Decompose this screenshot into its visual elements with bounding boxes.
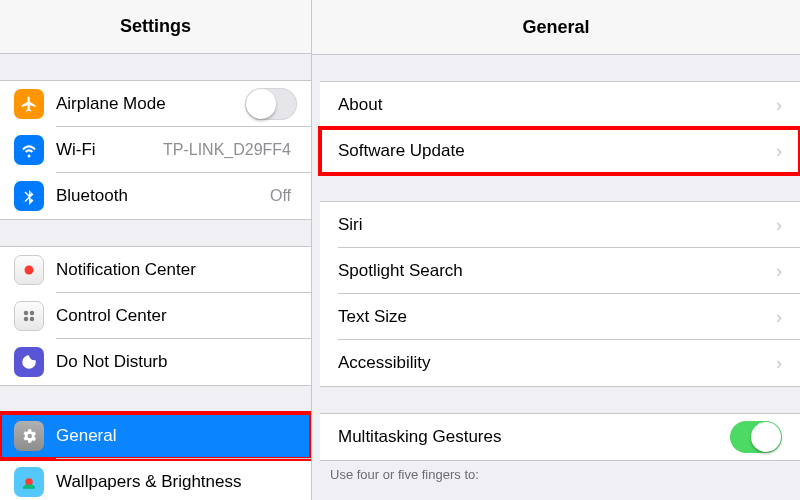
chevron-right-icon: › <box>776 307 782 328</box>
detail-item-label: Spotlight Search <box>338 261 776 281</box>
detail-item-label: Software Update <box>338 141 776 161</box>
svg-point-4 <box>30 317 35 322</box>
settings-sidebar: Settings Airplane Mode Wi-Fi TP-LINK_D29… <box>0 0 312 500</box>
svg-point-3 <box>24 317 29 322</box>
sidebar-group-centers: Notification Center Control Center Do No… <box>0 246 311 386</box>
sidebar-item-wallpapers[interactable]: Wallpapers & Brightness <box>0 459 311 500</box>
detail-item-software-update[interactable]: Software Update › <box>320 128 800 174</box>
chevron-right-icon: › <box>776 95 782 116</box>
sidebar-item-label: Wi-Fi <box>56 140 163 160</box>
detail-item-siri[interactable]: Siri › <box>320 202 800 248</box>
bluetooth-icon <box>14 181 44 211</box>
wifi-value: TP-LINK_D29FF4 <box>163 141 291 159</box>
sidebar-item-airplane[interactable]: Airplane Mode <box>0 81 311 127</box>
detail-group-about: About › Software Update › <box>320 81 800 175</box>
chevron-right-icon: › <box>776 141 782 162</box>
sidebar-item-label: General <box>56 426 297 446</box>
detail-group-siri: Siri › Spotlight Search › Text Size › Ac… <box>320 201 800 387</box>
detail-item-label: About <box>338 95 776 115</box>
svg-point-0 <box>25 266 34 275</box>
dnd-moon-icon <box>14 347 44 377</box>
sidebar-item-label: Do Not Disturb <box>56 352 297 372</box>
airplane-toggle[interactable] <box>245 88 297 120</box>
sidebar-item-label: Airplane Mode <box>56 94 245 114</box>
detail-item-label: Multitasking Gestures <box>338 427 730 447</box>
detail-item-textsize[interactable]: Text Size › <box>320 294 800 340</box>
sidebar-item-general[interactable]: General <box>0 413 311 459</box>
detail-item-label: Accessibility <box>338 353 776 373</box>
detail-item-label: Siri <box>338 215 776 235</box>
detail-title: General <box>312 0 800 55</box>
sidebar-item-label: Bluetooth <box>56 186 270 206</box>
chevron-right-icon: › <box>776 353 782 374</box>
detail-item-label: Text Size <box>338 307 776 327</box>
sidebar-item-control-center[interactable]: Control Center <box>0 293 311 339</box>
sidebar-item-label: Notification Center <box>56 260 297 280</box>
control-center-icon <box>14 301 44 331</box>
detail-group-multitasking: Multitasking Gestures <box>320 413 800 461</box>
detail-item-about[interactable]: About › <box>320 82 800 128</box>
sidebar-item-notification-center[interactable]: Notification Center <box>0 247 311 293</box>
airplane-icon <box>14 89 44 119</box>
detail-item-spotlight[interactable]: Spotlight Search › <box>320 248 800 294</box>
wifi-icon <box>14 135 44 165</box>
wallpaper-icon <box>14 467 44 497</box>
chevron-right-icon: › <box>776 261 782 282</box>
chevron-right-icon: › <box>776 215 782 236</box>
notification-icon <box>14 255 44 285</box>
svg-point-1 <box>24 311 29 316</box>
bluetooth-value: Off <box>270 187 291 205</box>
sidebar-item-label: Wallpapers & Brightness <box>56 472 297 492</box>
sidebar-title: Settings <box>0 0 311 54</box>
sidebar-item-dnd[interactable]: Do Not Disturb <box>0 339 311 385</box>
sidebar-group-general: General Wallpapers & Brightness <box>0 412 311 500</box>
svg-point-2 <box>30 311 35 316</box>
detail-item-accessibility[interactable]: Accessibility › <box>320 340 800 386</box>
sidebar-group-network: Airplane Mode Wi-Fi TP-LINK_D29FF4 Bluet… <box>0 80 311 220</box>
sidebar-item-label: Control Center <box>56 306 297 326</box>
detail-item-multitasking[interactable]: Multitasking Gestures <box>320 414 800 460</box>
sidebar-item-bluetooth[interactable]: Bluetooth Off <box>0 173 311 219</box>
detail-panel: General About › Software Update › Siri ›… <box>312 0 800 500</box>
multitasking-footer: Use four or five fingers to: <box>312 461 800 482</box>
multitasking-toggle[interactable] <box>730 421 782 453</box>
gear-icon <box>14 421 44 451</box>
sidebar-item-wifi[interactable]: Wi-Fi TP-LINK_D29FF4 <box>0 127 311 173</box>
